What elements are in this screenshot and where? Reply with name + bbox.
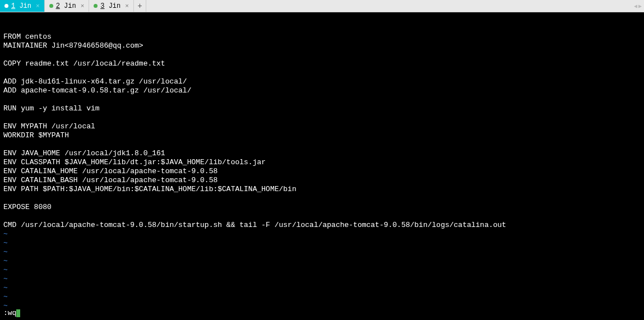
code-line xyxy=(3,194,641,203)
code-line xyxy=(3,95,641,104)
code-line: ENV CLASSPATH $JAVA_HOME/lib/dt.jar:$JAV… xyxy=(3,158,641,167)
vim-command-line[interactable]: :wq xyxy=(3,309,20,318)
tab-2[interactable]: 2 Jin × xyxy=(45,0,90,12)
code-line: EXPOSE 8080 xyxy=(3,203,641,212)
code-line: ADD jdk-8u161-linux-x64.tar.gz /usr/loca… xyxy=(3,77,641,86)
tab-status-dot xyxy=(49,4,53,8)
close-icon[interactable]: × xyxy=(125,3,129,10)
tab-bar: 1 Jin × 2 Jin × 3 Jin × + ◀ ▶ xyxy=(0,0,644,12)
vim-tilde-line: ~ xyxy=(3,248,641,257)
tab-status-dot xyxy=(4,4,8,8)
tab-label: 1 Jin xyxy=(11,2,31,10)
vim-tilde-line: ~ xyxy=(3,293,641,302)
tab-status-dot xyxy=(94,4,98,8)
tab-label: 2 Jin xyxy=(56,2,76,10)
vim-tilde-line: ~ xyxy=(3,266,641,275)
close-icon[interactable]: × xyxy=(81,3,85,10)
close-icon[interactable]: × xyxy=(36,3,40,10)
code-line xyxy=(3,212,641,221)
code-line: COPY readme.txt /usr/local/readme.txt xyxy=(3,59,641,68)
vim-tilde-line: ~ xyxy=(3,275,641,284)
code-line: ENV MYPATH /usr/local xyxy=(3,122,641,131)
code-line xyxy=(3,68,641,77)
vim-tilde-line: ~ xyxy=(3,239,641,248)
tab-3[interactable]: 3 Jin × xyxy=(89,0,134,12)
vim-tilde-line: ~ xyxy=(3,284,641,293)
add-tab-button[interactable]: + xyxy=(134,0,146,12)
tab-label: 3 Jin xyxy=(100,2,121,10)
vim-tilde-line: ~ xyxy=(3,302,641,310)
terminal[interactable]: FROM centosMAINTAINER Jin<879466586@qq.c… xyxy=(0,12,644,320)
tab-1[interactable]: 1 Jin × xyxy=(0,0,45,12)
code-line: ADD apache-tomcat-9.0.58.tar.gz /usr/loc… xyxy=(3,86,641,95)
cursor xyxy=(16,309,20,317)
code-line: MAINTAINER Jin<879466586@qq.com> xyxy=(3,41,641,50)
nav-left-icon[interactable]: ◀ xyxy=(634,3,637,10)
code-line: ENV CATALINA_HOME /usr/local/apache-tomc… xyxy=(3,167,641,176)
code-line: WORKDIR $MYPATH xyxy=(3,131,641,140)
code-line: RUN yum -y install vim xyxy=(3,104,641,113)
code-line xyxy=(3,113,641,122)
vim-tilde-line: ~ xyxy=(3,257,641,266)
code-line: FROM centos xyxy=(3,33,641,41)
nav-right-icon[interactable]: ▶ xyxy=(638,3,642,10)
nav-arrows: ◀ ▶ xyxy=(634,0,642,12)
code-line: ENV CATALINA_BASH /usr/local/apache-tomc… xyxy=(3,176,641,185)
code-line xyxy=(3,50,641,59)
vim-tilde-line: ~ xyxy=(3,230,641,239)
code-line: ENV JAVA_HOME /usr/local/jdk1.8.0_161 xyxy=(3,149,641,158)
code-line: CMD /usr/local/apache-tomcat-9.0.58/bin/… xyxy=(3,221,641,230)
code-line: ENV PATH $PATH:$JAVA_HOME/bin:$CATALINA_… xyxy=(3,185,641,194)
editor-content: FROM centosMAINTAINER Jin<879466586@qq.c… xyxy=(3,33,641,310)
vim-command-text: :wq xyxy=(3,309,16,318)
code-line xyxy=(3,140,641,149)
